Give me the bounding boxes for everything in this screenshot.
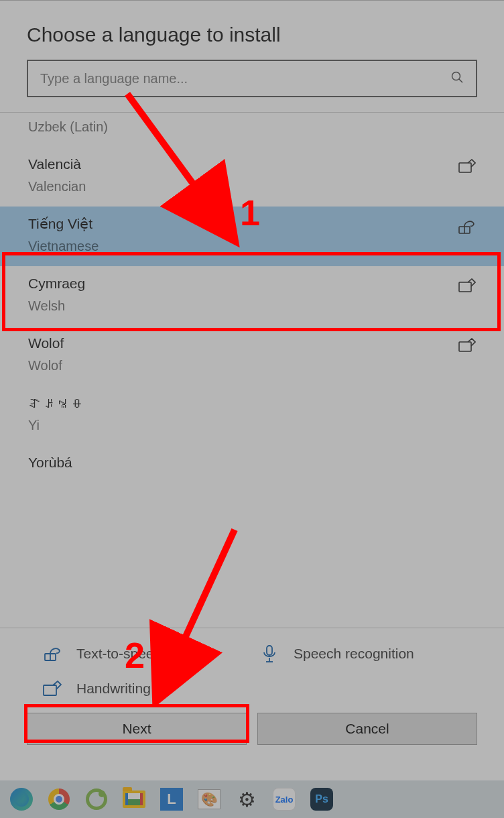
search-input[interactable]: [40, 71, 450, 86]
legend-handwriting: Handwriting: [43, 681, 260, 697]
list-item[interactable]: Uzbek (Latin): [0, 113, 504, 147]
language-list[interactable]: Uzbek (Latin) Valencià Valencian Tiếng V…: [0, 113, 504, 628]
taskbar-photoshop[interactable]: Ps: [303, 783, 340, 815]
zalo-icon: Zalo: [273, 788, 296, 811]
taskbar-chrome[interactable]: [40, 783, 78, 815]
taskbar-zalo[interactable]: Zalo: [265, 783, 303, 815]
svg-rect-9: [267, 646, 272, 655]
list-item-selected[interactable]: Tiếng Việt Vietnamese: [0, 207, 504, 266]
language-native: Yorùbá: [28, 455, 72, 471]
feature-legend: Text-to-speech Speech recognition Handwr…: [0, 628, 504, 713]
legend-speech: Speech recognition: [260, 644, 477, 663]
legend-label: Handwriting: [76, 681, 151, 697]
language-english: Welsh: [28, 298, 85, 314]
svg-line-1: [459, 79, 462, 82]
svg-rect-2: [459, 163, 471, 172]
dialog-buttons: Next Cancel: [0, 713, 504, 768]
language-native: Cymraeg: [28, 276, 85, 292]
svg-rect-12: [44, 685, 56, 695]
list-item[interactable]: Cymraeg Welsh: [0, 266, 504, 326]
language-english: Vietnamese: [28, 239, 99, 254]
tts-icon: [43, 646, 62, 662]
taskbar-edge[interactable]: [3, 783, 40, 815]
legend-tts: Text-to-speech: [43, 644, 260, 663]
language-install-dialog: Choose a language to install Uzbek (Lati…: [0, 0, 504, 768]
taskbar-explorer[interactable]: [115, 783, 153, 815]
gear-icon: ⚙: [238, 788, 256, 811]
paint-icon: [198, 789, 220, 809]
coccoc-icon: [86, 788, 107, 810]
svg-point-0: [452, 72, 460, 80]
taskbar-paint[interactable]: [190, 783, 228, 815]
search-box[interactable]: [27, 60, 477, 97]
language-native: ꆈꌠꁱꂷ: [28, 395, 84, 411]
language-english: Wolof: [28, 358, 64, 373]
taskbar-settings[interactable]: ⚙: [228, 783, 265, 815]
photoshop-icon: Ps: [310, 788, 333, 811]
language-native: Valencià: [28, 156, 86, 172]
handwriting-icon: [458, 159, 476, 176]
next-button[interactable]: Next: [27, 713, 247, 745]
list-item[interactable]: Wolof Wolof: [0, 326, 504, 386]
search-container: [0, 60, 504, 112]
chrome-icon: [48, 788, 70, 810]
taskbar-L[interactable]: L: [153, 783, 190, 815]
dialog-header: Choose a language to install: [0, 1, 504, 60]
taskbar[interactable]: L ⚙ Zalo Ps: [0, 780, 504, 818]
handwriting-icon: [458, 278, 476, 296]
taskbar-coccoc[interactable]: [78, 783, 115, 815]
language-native: Wolof: [28, 335, 64, 351]
list-item[interactable]: Yorùbá: [0, 445, 504, 471]
search-icon[interactable]: [450, 70, 464, 86]
edge-icon: [10, 788, 33, 811]
language-english: Valencian: [28, 179, 86, 194]
handwriting-icon: [458, 338, 476, 355]
list-item[interactable]: ꆈꌠꁱꂷ Yi: [0, 386, 504, 445]
legend-label: Speech recognition: [294, 646, 414, 662]
microphone-icon: [260, 644, 279, 663]
folder-icon: [123, 791, 145, 808]
L-icon: L: [160, 788, 183, 811]
list-item[interactable]: Valencià Valencian: [0, 147, 504, 207]
legend-label: Text-to-speech: [76, 646, 169, 662]
language-english: Yi: [28, 418, 84, 433]
language-english: Uzbek (Latin): [28, 119, 108, 135]
tts-icon: [457, 219, 476, 237]
dialog-title: Choose a language to install: [27, 23, 477, 46]
language-native: Tiếng Việt: [28, 216, 99, 232]
cancel-button[interactable]: Cancel: [257, 713, 477, 745]
svg-rect-6: [459, 342, 471, 351]
svg-rect-5: [459, 282, 471, 292]
handwriting-icon: [43, 681, 62, 697]
